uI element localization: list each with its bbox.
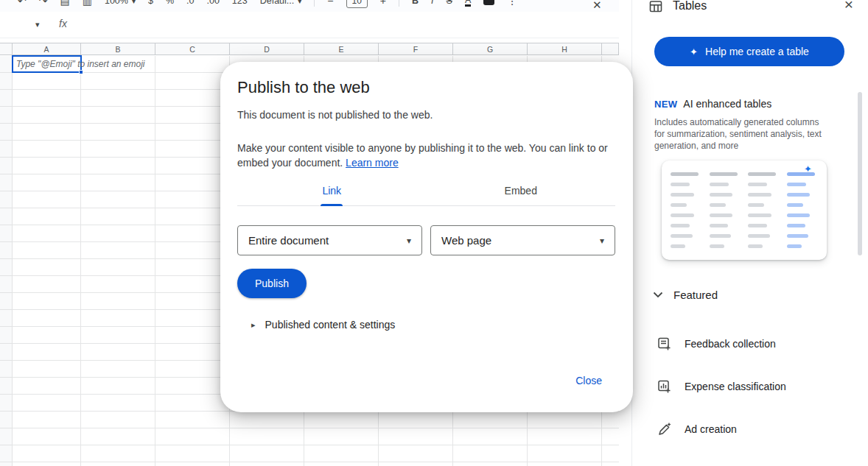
cta-label: Help me create a table [705, 46, 809, 57]
toolbar-divider [399, 0, 399, 7]
learn-more-link[interactable]: Learn more [346, 157, 399, 169]
toolbar-close-icon[interactable]: ✕ [592, 0, 602, 12]
fx-icon: fx [59, 18, 67, 29]
dialog-description-text: Make your content visible to anyone by p… [237, 142, 608, 169]
sidebar-item-ad-creation[interactable]: Ad creation [657, 422, 737, 437]
sidebar-item-feedback-collection[interactable]: Feedback collection [657, 336, 776, 351]
chevron-right-icon: ▸ [251, 320, 256, 330]
publish-scope-dropdown[interactable]: Entire document ▾ [237, 225, 422, 255]
panel-title: Tables [673, 0, 707, 13]
increase-font-size-button[interactable]: + [380, 0, 386, 6]
tab-embed[interactable]: Embed [427, 176, 616, 205]
publish-scope-value: Entire document [248, 234, 329, 247]
dialog-tabs: Link Embed [237, 176, 615, 206]
column-header-d[interactable]: D [230, 43, 304, 55]
column-header-g[interactable]: G [453, 43, 528, 55]
text-color-button[interactable]: A [465, 0, 471, 7]
number-format-button[interactable]: 123 [232, 0, 248, 6]
column-header-b[interactable]: B [81, 43, 155, 55]
ai-table-illustration: ✦ [662, 160, 827, 260]
font-name: Defaul... [260, 0, 295, 6]
ad-creation-icon [657, 422, 671, 437]
dialog-title: Publish to the web [237, 78, 370, 97]
sidebar-item-label: Ad creation [685, 423, 737, 435]
chevron-down-icon: ▾ [600, 236, 604, 246]
font-size-input[interactable]: 10 [346, 0, 368, 8]
column-header-c[interactable]: C [155, 43, 230, 55]
italic-button[interactable]: I [431, 0, 433, 6]
publish-format-dropdown[interactable]: Web page ▾ [430, 225, 615, 255]
currency-format-button[interactable]: $ [148, 0, 153, 6]
fill-color-icon[interactable] [483, 0, 494, 5]
publish-button[interactable]: Publish [237, 269, 307, 298]
print-icon[interactable]: ▤ [60, 0, 69, 6]
sidebar-item-label: Feedback collection [685, 338, 776, 350]
font-select[interactable]: Defaul... ▾ [260, 0, 302, 6]
published-content-label: Published content & settings [265, 319, 396, 331]
ai-enhanced-tables-heading: NEW AI enhanced tables [654, 98, 771, 110]
sparkle-icon: ✦ [690, 46, 698, 57]
chevron-down-icon: ▾ [407, 236, 411, 246]
fill-handle[interactable] [79, 70, 83, 74]
dialog-close-button[interactable]: Close [575, 375, 602, 386]
featured-label: Featured [673, 289, 718, 301]
strikethrough-button[interactable]: S [447, 0, 452, 6]
ai-enhanced-tables-description: Includes automatically generated columns… [654, 116, 831, 152]
column-header-a[interactable]: A [13, 43, 81, 55]
chevron-down-icon [653, 292, 663, 298]
column-header-partial[interactable] [602, 43, 619, 55]
row-header-gutter[interactable] [0, 56, 13, 466]
help-me-create-table-button[interactable]: ✦ Help me create a table [654, 37, 844, 66]
selected-cell-a1[interactable]: Type "@Emoji" to insert an emoji [12, 55, 82, 73]
sidebar-item-label: Expense classification [685, 381, 786, 392]
toolbar-divider [314, 0, 315, 7]
decrease-decimal-button[interactable]: .0 [186, 0, 194, 6]
zoom-select[interactable]: 100% ▾ [105, 0, 136, 6]
column-header-e[interactable]: E [304, 43, 379, 55]
chevron-down-icon: ▾ [298, 0, 301, 5]
bold-button[interactable]: B [412, 0, 419, 6]
cell-placeholder-text: Type "@Emoji" to insert an emoji [16, 59, 145, 69]
publish-status-text: This document is not published to the we… [237, 109, 433, 121]
published-content-expander[interactable]: ▸ Published content & settings [251, 319, 395, 331]
ai-enhanced-tables-title: AI enhanced tables [683, 98, 771, 110]
chevron-down-icon: ▾ [132, 0, 136, 5]
column-header-f[interactable]: F [379, 43, 453, 55]
dialog-description: Make your content visible to anyone by p… [237, 141, 611, 170]
increase-decimal-button[interactable]: .00 [206, 0, 219, 6]
select-all-corner[interactable] [0, 43, 13, 55]
publish-format-value: Web page [441, 234, 491, 247]
name-box-caret-icon[interactable]: ▾ [35, 20, 40, 29]
sidebar-scrollbar[interactable] [858, 92, 862, 255]
panel-close-icon[interactable]: × [844, 0, 853, 13]
sparkle-icon: ✦ [804, 163, 812, 174]
formula-bar: ▾ fx [0, 13, 619, 38]
table-icon [649, 0, 662, 16]
tab-link[interactable]: Link [237, 176, 427, 205]
illustration-column-ai [787, 172, 819, 251]
active-tab-indicator [321, 204, 343, 206]
expense-classification-icon [657, 379, 671, 394]
illustration-column [710, 172, 741, 251]
illustration-column [748, 172, 780, 251]
illustration-column [671, 172, 702, 251]
more-options-icon[interactable]: ⋮ [507, 0, 517, 6]
decrease-font-size-button[interactable]: − [327, 0, 333, 6]
tables-side-panel: Tables × ✦ Help me create a table NEW AI… [631, 0, 868, 466]
sidebar-item-expense-classification[interactable]: Expense classification [657, 379, 786, 394]
column-headers: A B C D E F G H [0, 43, 619, 55]
toolbar: ↶ ↷ ▤ ▥ 100% ▾ $ % .0 .00 123 Defaul... … [0, 0, 619, 12]
undo-icon[interactable]: ↶ [18, 0, 27, 6]
publish-dialog: Publish to the web This document is not … [220, 62, 633, 412]
feedback-collection-icon [657, 336, 671, 351]
percent-format-button[interactable]: % [166, 0, 174, 6]
zoom-value: 100% [105, 0, 128, 6]
tab-embed-label: Embed [505, 185, 537, 197]
featured-section-toggle[interactable]: Featured [653, 289, 718, 301]
tab-link-label: Link [322, 185, 341, 197]
redo-icon[interactable]: ↷ [39, 0, 48, 6]
paint-format-icon[interactable]: ▥ [83, 0, 92, 6]
new-badge: NEW [654, 99, 677, 110]
column-header-h[interactable]: H [528, 43, 602, 55]
